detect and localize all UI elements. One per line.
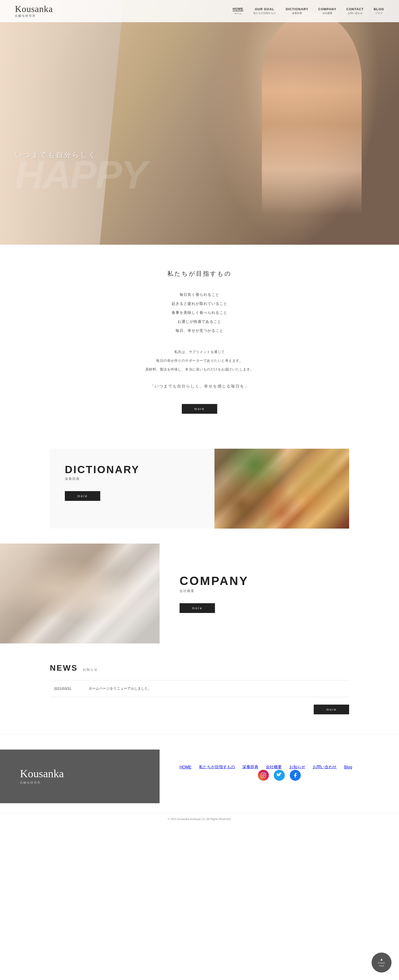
our-goal-title: 私たちが目指すもの <box>0 270 399 278</box>
news-title-ja: お知らせ <box>83 667 98 672</box>
news-text: ホームページをリニューアルしました。 <box>85 680 349 697</box>
footer-logo-script: Kousanka <box>20 768 64 779</box>
footer-nav-our-goal[interactable]: 私たちが目指すもの <box>199 765 235 770</box>
company-section: COMPANY 会社概要 more <box>0 544 399 643</box>
svg-point-1 <box>262 774 264 776</box>
footer-nav: HOME 私たちが目指すもの 栄養辞典 会社概要 お知らせ お問い合わせ Blo… <box>179 765 379 770</box>
logo-sub: 抗酸化研究所 <box>15 14 53 18</box>
goal-quote: 「いつまでも自分らしく、幸せを感じる毎日を」 <box>0 384 399 389</box>
news-outer: NEWS お知らせ 2021/03/31 ホームページをリニューアルしました。 … <box>0 643 399 734</box>
goal-list: 毎日良く寝られること 起きると疲れが取れていること 食事を美味しく食べられること… <box>0 290 399 335</box>
hero-person-silhouette <box>204 0 379 245</box>
nav-company[interactable]: COMPANY 会社概要 <box>318 7 336 15</box>
dictionary-more-button[interactable]: more <box>65 491 100 501</box>
news-date: 2021/03/31 <box>50 680 85 697</box>
company-title-ja: 会社概要 <box>179 589 249 593</box>
nav-blog[interactable]: BLOG ブログ <box>374 7 384 15</box>
goal-item-3: 食事を美味しく食べられること <box>0 308 399 317</box>
company-more-button[interactable]: more <box>179 603 215 613</box>
nav-contact[interactable]: CONTACT お問い合わせ <box>347 7 364 15</box>
hero-section: いつまでも自分らしく HAPPY <box>0 0 399 245</box>
our-goal-more-button[interactable]: more <box>182 404 217 414</box>
our-goal-section: 私たちが目指すもの 毎日良く寝られること 起きると疲れが取れていること 食事を美… <box>0 245 399 434</box>
logo[interactable]: Kousanka 抗酸化研究所 <box>15 5 53 18</box>
dictionary-title-ja: 栄養辞典 <box>65 477 200 481</box>
goal-item-4: お通じが快適であること <box>0 317 399 326</box>
news-title-en: NEWS <box>50 663 78 673</box>
footer-nav-news[interactable]: お知らせ <box>289 765 305 770</box>
goal-item-5: 毎日、幸せが見つかること <box>0 326 399 335</box>
hero-text-area: いつまでも自分らしく HAPPY <box>15 150 146 195</box>
news-more-button[interactable]: more <box>314 705 349 714</box>
site-footer: Kousanka 抗酸化研究所 HOME 私たちが目指すもの 栄養辞典 会社概要… <box>0 734 399 824</box>
goal-body-line2: 毎日の幸せ作りのサポーターでありたいと考えます。 <box>0 356 399 365</box>
news-section: NEWS お知らせ 2021/03/31 ホームページをリニューアルしました。 … <box>50 643 349 734</box>
news-more-wrap: more <box>50 705 349 714</box>
dictionary-card: DICTIONARY 栄養辞典 more <box>50 449 349 528</box>
company-photo <box>0 544 160 643</box>
footer-copyright: © 2021 kousanka-kenkyujo Co. All Rights … <box>0 813 399 824</box>
goal-body-line3: 原材料、製法を吟味し、本当に良いものだけをお届けいたします。 <box>0 365 399 374</box>
footer-right: HOME 私たちが目指すもの 栄養辞典 会社概要 お知らせ お問い合わせ Blo… <box>160 749 399 803</box>
nav-our-goal[interactable]: OUR GOAL 私たちが目指すもの <box>253 7 276 15</box>
goal-body: 私共は、サプリメントを通じて 毎日の幸せ作りのサポーターでありたいと考えます。 … <box>0 348 399 374</box>
logo-script: Kousanka <box>15 5 53 13</box>
goal-body-line1: 私共は、サプリメントを通じて <box>0 348 399 356</box>
site-header: Kousanka 抗酸化研究所 HOME ホーム OUR GOAL 私たちが目指… <box>0 0 399 22</box>
dictionary-section: DICTIONARY 栄養辞典 more <box>0 434 399 544</box>
footer-sns <box>179 770 379 781</box>
main-nav: HOME ホーム OUR GOAL 私たちが目指すもの DICTIONARY 栄… <box>233 7 384 15</box>
footer-nav-home[interactable]: HOME <box>179 765 192 770</box>
goal-item-1: 毎日良く寝られること <box>0 290 399 299</box>
footer-main: Kousanka 抗酸化研究所 HOME 私たちが目指すもの 栄養辞典 会社概要… <box>0 735 399 813</box>
news-row: 2021/03/31 ホームページをリニューアルしました。 <box>50 680 349 697</box>
footer-nav-blog[interactable]: Blog <box>344 765 352 770</box>
dictionary-content: DICTIONARY 栄養辞典 more <box>50 449 214 528</box>
footer-nav-dictionary[interactable]: 栄養辞典 <box>242 765 258 770</box>
footer-nav-contact[interactable]: お問い合わせ <box>313 765 337 770</box>
facebook-icon[interactable] <box>290 770 301 781</box>
twitter-icon[interactable] <box>274 770 285 781</box>
goal-item-2: 起きると疲れが取れていること <box>0 299 399 308</box>
company-content: COMPANY 会社概要 more <box>160 544 399 643</box>
company-title-en: COMPANY <box>179 574 249 588</box>
dictionary-image <box>214 449 349 528</box>
svg-rect-0 <box>261 773 266 778</box>
footer-nav-company[interactable]: 会社概要 <box>266 765 282 770</box>
nav-home[interactable]: HOME ホーム <box>233 7 243 15</box>
dictionary-title-en: DICTIONARY <box>65 464 200 476</box>
nav-dictionary[interactable]: DICTIONARY 栄養辞典 <box>286 7 308 15</box>
svg-point-2 <box>264 774 265 774</box>
news-header: NEWS お知らせ <box>50 663 349 673</box>
hero-en-text: HAPPY <box>15 155 146 195</box>
footer-left: Kousanka 抗酸化研究所 <box>0 749 160 803</box>
instagram-icon[interactable] <box>258 770 269 781</box>
footer-logo-sub: 抗酸化研究所 <box>20 781 41 784</box>
news-table: 2021/03/31 ホームページをリニューアルしました。 <box>50 680 349 697</box>
